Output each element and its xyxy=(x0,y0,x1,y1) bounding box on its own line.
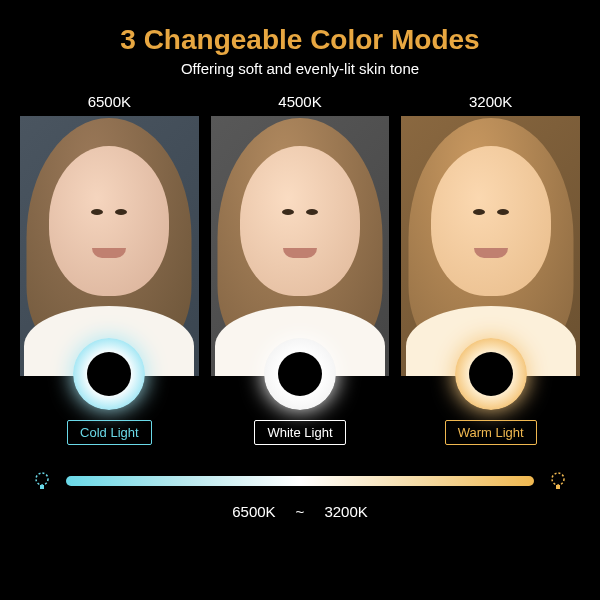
ring-light-icon xyxy=(73,338,145,410)
sample-photo-white xyxy=(211,116,390,376)
mode-label-cold: Cold Light xyxy=(67,420,152,445)
panel-warm: 3200K Warm Light xyxy=(401,93,580,445)
sample-photo-cold xyxy=(20,116,199,376)
bulb-icon xyxy=(30,469,54,493)
mode-label-warm: Warm Light xyxy=(445,420,537,445)
bulb-icon xyxy=(546,469,570,493)
gradient-bar xyxy=(66,476,534,486)
panel-white: 4500K White Light xyxy=(211,93,390,445)
svg-rect-1 xyxy=(40,485,44,489)
temp-label-warm: 3200K xyxy=(401,93,580,110)
svg-point-2 xyxy=(552,473,564,485)
subtitle: Offering soft and evenly-lit skin tone xyxy=(0,60,600,77)
temp-label-white: 4500K xyxy=(211,93,390,110)
panel-cold: 6500K Cold Light xyxy=(20,93,199,445)
ring-light-icon xyxy=(455,338,527,410)
temp-label-cold: 6500K xyxy=(20,93,199,110)
temperature-scale xyxy=(30,469,570,493)
svg-rect-3 xyxy=(556,485,560,489)
scale-range: 6500K ~ 3200K xyxy=(0,503,600,520)
ring-light-icon xyxy=(264,338,336,410)
color-mode-panels: 6500K Cold Light 4500K White Light 3200K… xyxy=(0,93,600,445)
mode-label-white: White Light xyxy=(254,420,345,445)
svg-point-0 xyxy=(36,473,48,485)
sample-photo-warm xyxy=(401,116,580,376)
scale-sep: ~ xyxy=(296,503,305,520)
main-title: 3 Changeable Color Modes xyxy=(0,24,600,56)
scale-from: 6500K xyxy=(232,503,275,520)
scale-to: 3200K xyxy=(324,503,367,520)
